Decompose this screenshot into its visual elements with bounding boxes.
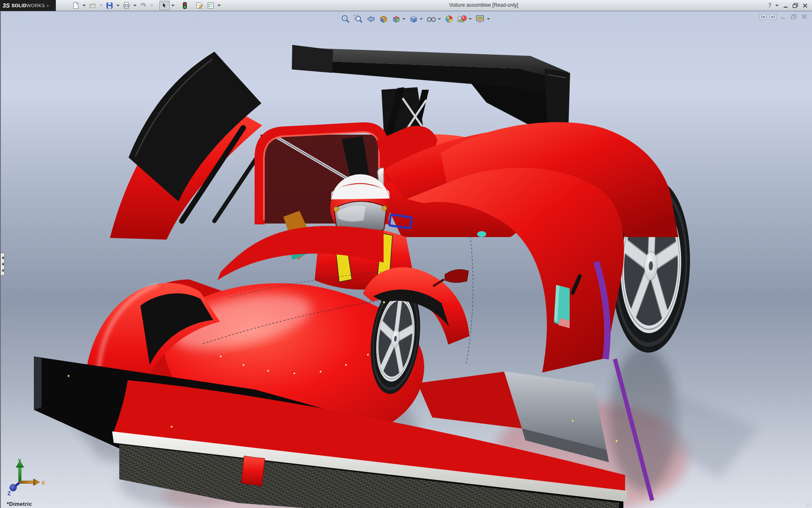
document-title: Voiture assomblee [Read-only] — [449, 2, 518, 8]
new-document-icon — [72, 2, 80, 9]
back-arrow-icon — [366, 14, 376, 24]
print-button[interactable] — [121, 1, 132, 10]
eyeglasses-icon — [426, 14, 436, 24]
monitor-icon — [475, 14, 486, 24]
brand-name-works: WORKS — [27, 3, 45, 8]
collapse-left-pane-button[interactable] — [760, 14, 766, 20]
save-button[interactable] — [104, 1, 115, 10]
document-close-button[interactable] — [801, 14, 808, 20]
title-bar: 3S SOLIDWORKS ▸ — [0, 0, 812, 11]
select-tool-button[interactable] — [159, 1, 170, 10]
open-folder-icon — [89, 2, 96, 9]
color-sphere-icon — [444, 14, 454, 24]
race-car-render[interactable] — [1, 11, 812, 508]
section-view-button[interactable] — [378, 14, 389, 24]
graphics-viewport[interactable]: Y X Z *Dimetric — [0, 11, 812, 508]
solidworks-logo: 3S SOLIDWORKS ▸ — [0, 0, 56, 11]
print-dropdown-caret[interactable] — [133, 5, 137, 6]
help-button[interactable]: ? — [768, 2, 771, 9]
scene-sphere-icon — [457, 14, 467, 24]
section-cut-icon — [379, 14, 388, 24]
brand-3s-icon: 3S — [3, 2, 10, 9]
hide-show-caret[interactable] — [438, 18, 441, 20]
options-button[interactable] — [206, 1, 216, 10]
previous-view-button[interactable] — [365, 14, 376, 24]
view-orientation-button[interactable] — [391, 14, 406, 24]
magnifier-icon — [341, 14, 350, 24]
view-orientation-label: *Dimetric — [7, 501, 32, 507]
expand-pane-arrow-icon — [2, 256, 4, 260]
view-cube-icon — [392, 14, 401, 24]
logo-flyout-arrow-icon[interactable]: ▸ — [47, 3, 49, 8]
file-properties-button[interactable] — [194, 1, 205, 10]
display-style-caret[interactable] — [420, 18, 423, 20]
reference-triad: Y X Z — [4, 457, 51, 496]
undo-arrow-icon — [140, 2, 147, 9]
print-icon — [123, 2, 130, 9]
zoom-to-area-button[interactable] — [353, 14, 364, 24]
new-dropdown-caret[interactable] — [82, 5, 86, 6]
triad-z-label: Z — [8, 491, 11, 496]
view-settings-caret[interactable] — [487, 18, 490, 20]
window-controls: ? — [768, 0, 809, 11]
options-dropdown-caret[interactable] — [217, 5, 221, 6]
document-window-controls — [760, 14, 808, 20]
apply-scene-button[interactable] — [456, 14, 473, 24]
feature-manager-collapsed-tab[interactable] — [1, 253, 5, 276]
minimize-button[interactable] — [782, 2, 789, 9]
zoom-to-fit-button[interactable] — [340, 14, 351, 24]
options-checklist-icon — [207, 2, 214, 9]
standard-toolbar — [70, 1, 222, 10]
close-button[interactable] — [802, 2, 809, 9]
open-dropdown-caret[interactable] — [99, 5, 103, 6]
open-button[interactable] — [88, 1, 98, 10]
save-floppy-icon — [106, 2, 113, 9]
triad-x-label: X — [41, 480, 45, 486]
shaded-cube-icon — [409, 14, 418, 24]
edit-appearance-button[interactable] — [444, 14, 455, 24]
resize-grip[interactable] — [805, 501, 811, 507]
collapse-left-icon — [760, 15, 765, 19]
document-restore-button[interactable] — [790, 14, 798, 20]
heads-up-view-toolbar — [339, 14, 492, 24]
expand-pane-arrow-icon — [2, 269, 4, 272]
undo-button[interactable] — [138, 1, 148, 10]
help-dropdown-caret[interactable] — [775, 5, 779, 6]
collapse-right-icon — [771, 15, 776, 19]
magnifier-area-icon — [354, 14, 363, 24]
display-style-button[interactable] — [408, 14, 424, 24]
brand-name-solid: SOLID — [11, 3, 27, 8]
hide-show-items-button[interactable] — [425, 14, 442, 24]
rebuild-button[interactable] — [181, 1, 189, 10]
save-dropdown-caret[interactable] — [116, 5, 120, 6]
document-minimize-button[interactable] — [780, 14, 787, 20]
stoplight-icon — [182, 2, 188, 9]
select-dropdown-caret[interactable] — [171, 5, 175, 6]
restore-button[interactable] — [792, 2, 799, 9]
apply-scene-caret[interactable] — [469, 18, 472, 20]
view-orientation-caret[interactable] — [402, 18, 406, 20]
select-cursor-icon — [161, 2, 168, 9]
expand-pane-arrow-icon — [2, 262, 4, 266]
undo-dropdown-caret[interactable] — [150, 5, 154, 6]
view-settings-button[interactable] — [475, 14, 491, 24]
new-document-button[interactable] — [71, 1, 81, 10]
collapse-right-pane-button[interactable] — [770, 14, 776, 20]
solidworks-window: 3S SOLIDWORKS ▸ — [0, 0, 812, 508]
properties-sheet-icon — [195, 2, 203, 9]
